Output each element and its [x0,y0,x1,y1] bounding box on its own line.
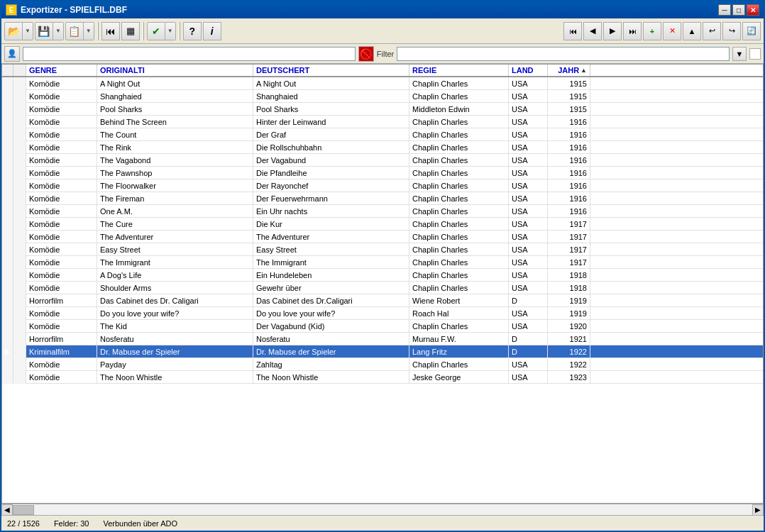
cell-genre: Komödie [26,282,97,294]
table-row[interactable]: KomödieOne A.M.Ein Uhr nachtsChaplin Cha… [2,205,763,218]
table-row[interactable]: KomödieShoulder ArmsGewehr überChaplin C… [2,282,763,294]
nav-redo-button[interactable]: ↪ [722,22,741,40]
fields-label: Felder: 30 [54,519,89,528]
cell-deutschert: Pool Sharks [253,103,409,116]
nav-redo-icon: ↪ [729,26,735,35]
table-row[interactable]: KomödieThe PawnshopDie PfandleiheChaplin… [2,167,763,179]
nav-add-button[interactable]: + [643,22,661,40]
nav-refresh-button[interactable]: 🔄 [742,22,761,40]
hscroll-thumb[interactable] [13,505,34,515]
filter-input[interactable] [23,47,356,61]
cell-land: USA [509,154,548,167]
close-button[interactable]: ✕ [747,4,759,16]
save-button[interactable]: 💾 [35,22,53,40]
th-genre[interactable]: GENRE [26,65,97,76]
table-row[interactable]: KomödieShanghaiedShanghaiedChaplin Charl… [2,90,763,103]
table-row[interactable]: KomödieEasy StreetEasy StreetChaplin Cha… [2,243,763,256]
cell-jahr: 1916 [548,128,590,141]
filter-user-button[interactable]: 👤 [4,46,20,62]
nav-last-button[interactable]: ⏭ [623,22,642,40]
cell-regie: Middleton Edwin [409,103,509,116]
th-regie[interactable]: REGIE [409,65,509,76]
cell-jahr: 1917 [548,243,590,256]
row-indicator [2,282,13,294]
th-land[interactable]: LAND [509,65,548,76]
cell-originalti: The Fireman [97,192,253,205]
th-deutschert[interactable]: DEUTSCHERT [253,65,409,76]
check-dropdown-button[interactable]: ▼ [165,22,176,40]
nav-undo-button[interactable]: ↩ [703,22,721,40]
cell-jahr: 1915 [548,77,590,90]
table-row[interactable]: KomödiePool SharksPool SharksMiddleton E… [2,103,763,116]
table-row[interactable]: ▶KriminalfilmDr. Mabuse der SpielerDr. M… [2,345,763,358]
cell-land: USA [509,179,548,192]
table-view-button[interactable]: ▦ [121,22,140,40]
nav-up-button[interactable]: ▲ [683,22,701,40]
filter-clear-button[interactable]: 🚫 [358,46,374,62]
cell-genre: Komödie [26,307,97,320]
table-body[interactable]: KomödieA Night OutA Night OutChaplin Cha… [2,77,763,503]
table-row[interactable]: KomödieThe RinkDie RollschuhbahnChaplin … [2,141,763,154]
open-button[interactable]: 📂 [4,22,23,40]
cell-jahr: 1916 [548,141,590,154]
table-row[interactable]: HorrorfilmNosferatuNosferatuMurnau F.W.D… [2,333,763,345]
table-row[interactable]: KomödieA Night OutA Night OutChaplin Cha… [2,77,763,90]
export-button[interactable]: 📋 [65,22,84,40]
cell-originalti: The Rink [97,141,253,154]
table-row[interactable]: KomödieThe AdventurerThe AdventurerChapl… [2,231,763,243]
open-dropdown-button[interactable]: ▼ [23,22,33,40]
cell-regie: Roach Hal [409,307,509,320]
table-row[interactable]: KomödieBehind The ScreenHinter der Leinw… [2,116,763,128]
info-button[interactable]: i [203,22,221,40]
export-dropdown-button[interactable]: ▼ [84,22,94,40]
table-row[interactable]: HorrorfilmDas Cabinet des Dr. CaligariDa… [2,294,763,307]
table-header: GENRE ORIGINALTI DEUTSCHERT REGIE LAND J… [2,65,763,77]
nav-first-right-button[interactable]: ⏮ [563,22,582,40]
cell-land: USA [509,141,548,154]
nav-next-button[interactable]: ▶ [603,22,622,40]
maximize-button[interactable]: □ [732,4,745,16]
hscroll-right-button[interactable]: ▶ [752,504,764,516]
save-dropdown-button[interactable]: ▼ [53,22,64,40]
row-indicator: ▶ [2,345,13,358]
th-originalti[interactable]: ORIGINALTI [97,65,253,76]
table-row[interactable]: KomödieThe CureDie KurChaplin CharlesUSA… [2,218,763,231]
filter-value-input[interactable] [397,47,730,61]
cell-deutschert: Der Graf [253,128,409,141]
cell-originalti: Das Cabinet des Dr. Caligari [97,294,253,307]
cell-regie: Chaplin Charles [409,243,509,256]
cell-jahr: 1917 [548,218,590,231]
th-jahr[interactable]: JAHR ▲ [548,65,590,76]
cell-genre: Komödie [26,77,97,90]
nav-up-icon: ▲ [688,27,696,35]
open-dropdown-arrow-icon: ▼ [25,28,31,34]
help-button[interactable]: ? [183,22,202,40]
table-row[interactable]: KomödieThe Noon WhistleThe Noon WhistleJ… [2,371,763,384]
cell-deutschert: Das Cabinet des Dr.Caligari [253,294,409,307]
cell-originalti: Shoulder Arms [97,282,253,294]
table-row[interactable]: KomödiePaydayZahltagChaplin CharlesUSA19… [2,358,763,371]
cell-jahr: 1921 [548,333,590,345]
filter-dropdown-button[interactable]: ▼ [732,47,747,61]
nav-prev-button[interactable]: ◀ [583,22,602,40]
table-row[interactable]: KomödieDo you love your wife?Do you love… [2,307,763,320]
cell-regie: Chaplin Charles [409,205,509,218]
cell-originalti: The Cure [97,218,253,231]
table-row[interactable]: KomödieThe VagabondDer VagabundChaplin C… [2,154,763,167]
check-button[interactable]: ✔ [147,22,165,40]
table-row[interactable]: KomödieThe ImmigrantThe ImmigrantChaplin… [2,256,763,269]
cell-deutschert: Der Vagabund [253,154,409,167]
table-row[interactable]: KomödieA Dog's LifeEin HundelebenChaplin… [2,269,763,282]
export-button-group: 📋 ▼ [65,22,94,40]
table-row[interactable]: KomödieThe FiremanDer FeuerwehrmannChapl… [2,192,763,205]
nav-first-button[interactable]: ⏮ [101,22,120,40]
table-row[interactable]: KomödieThe KidDer Vagabund (Kid)Chaplin … [2,320,763,333]
hscroll-left-button[interactable]: ◀ [1,504,13,516]
table-row[interactable]: KomödieThe FloorwalkerDer RayonchefChapl… [2,179,763,192]
cell-jahr: 1917 [548,231,590,243]
row-checkbox [13,103,26,116]
cell-genre: Komödie [26,205,97,218]
minimize-button[interactable]: ─ [718,4,731,16]
table-row[interactable]: KomödieThe CountDer GrafChaplin CharlesU… [2,128,763,141]
nav-delete-button[interactable]: ✕ [663,22,681,40]
